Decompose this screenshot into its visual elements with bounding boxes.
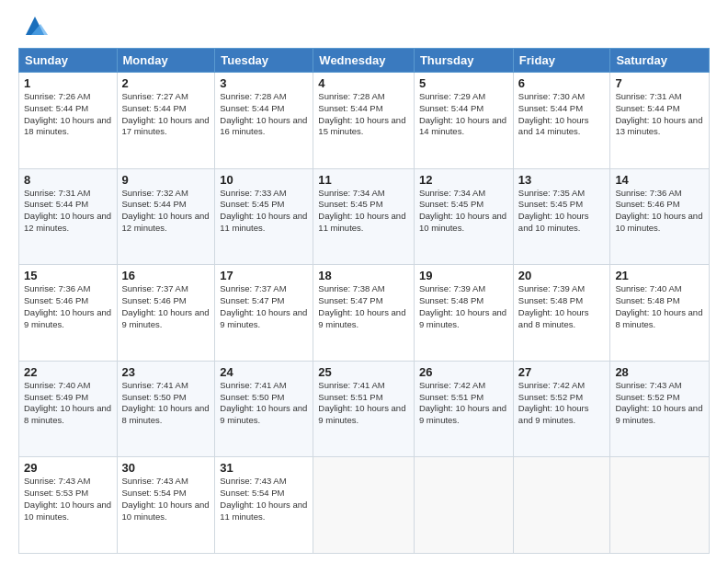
day-info: Sunrise: 7:41 AMSunset: 5:51 PMDaylight:… [318, 380, 405, 425]
calendar-cell: 20 Sunrise: 7:39 AMSunset: 5:48 PMDaylig… [513, 265, 610, 362]
day-info: Sunrise: 7:37 AMSunset: 5:47 PMDaylight:… [220, 283, 307, 328]
day-info: Sunrise: 7:43 AMSunset: 5:52 PMDaylight:… [615, 380, 702, 425]
day-number: 14 [615, 173, 704, 187]
calendar-week-row: 15 Sunrise: 7:36 AMSunset: 5:46 PMDaylig… [19, 265, 710, 362]
calendar-cell: 1 Sunrise: 7:26 AMSunset: 5:44 PMDayligh… [19, 73, 118, 169]
day-number: 15 [24, 269, 112, 282]
day-header-wednesday: Wednesday [313, 49, 415, 73]
calendar-cell [313, 457, 415, 554]
calendar-cell [414, 457, 513, 554]
logo [18, 17, 48, 39]
day-number: 26 [419, 365, 508, 379]
calendar-cell: 6 Sunrise: 7:30 AMSunset: 5:44 PMDayligh… [513, 73, 610, 169]
day-info: Sunrise: 7:40 AMSunset: 5:48 PMDaylight:… [615, 283, 702, 328]
calendar-week-row: 29 Sunrise: 7:43 AMSunset: 5:53 PMDaylig… [19, 457, 710, 554]
calendar-cell: 9 Sunrise: 7:32 AMSunset: 5:44 PMDayligh… [117, 168, 215, 265]
day-header-tuesday: Tuesday [215, 49, 313, 73]
calendar-cell: 16 Sunrise: 7:37 AMSunset: 5:46 PMDaylig… [117, 265, 215, 362]
day-info: Sunrise: 7:35 AMSunset: 5:45 PMDaylight:… [518, 188, 589, 233]
calendar-cell: 21 Sunrise: 7:40 AMSunset: 5:48 PMDaylig… [610, 265, 710, 362]
day-number: 28 [615, 365, 704, 379]
day-number: 13 [518, 173, 606, 187]
day-info: Sunrise: 7:43 AMSunset: 5:53 PMDaylight:… [24, 476, 111, 521]
day-header-friday: Friday [513, 49, 610, 73]
day-info: Sunrise: 7:28 AMSunset: 5:44 PMDaylight:… [318, 91, 405, 136]
calendar-cell: 24 Sunrise: 7:41 AMSunset: 5:50 PMDaylig… [215, 361, 313, 457]
day-info: Sunrise: 7:28 AMSunset: 5:44 PMDaylight:… [220, 91, 307, 136]
day-info: Sunrise: 7:26 AMSunset: 5:44 PMDaylight:… [24, 91, 111, 136]
calendar-table: SundayMondayTuesdayWednesdayThursdayFrid… [18, 48, 710, 554]
calendar-cell: 22 Sunrise: 7:40 AMSunset: 5:49 PMDaylig… [19, 361, 118, 457]
calendar-cell: 8 Sunrise: 7:31 AMSunset: 5:44 PMDayligh… [19, 168, 118, 265]
day-number: 7 [615, 76, 704, 90]
day-number: 6 [518, 76, 606, 90]
day-info: Sunrise: 7:42 AMSunset: 5:52 PMDaylight:… [518, 380, 589, 425]
calendar-cell: 26 Sunrise: 7:42 AMSunset: 5:51 PMDaylig… [414, 361, 513, 457]
day-number: 3 [220, 76, 308, 90]
day-header-thursday: Thursday [414, 49, 513, 73]
day-info: Sunrise: 7:41 AMSunset: 5:50 PMDaylight:… [220, 380, 307, 425]
day-info: Sunrise: 7:40 AMSunset: 5:49 PMDaylight:… [24, 380, 111, 425]
day-info: Sunrise: 7:38 AMSunset: 5:47 PMDaylight:… [318, 283, 405, 328]
day-number: 31 [220, 461, 308, 475]
day-header-saturday: Saturday [610, 49, 710, 73]
calendar-cell: 19 Sunrise: 7:39 AMSunset: 5:48 PMDaylig… [414, 265, 513, 362]
day-number: 18 [318, 269, 409, 282]
calendar-header-row: SundayMondayTuesdayWednesdayThursdayFrid… [19, 49, 710, 73]
day-info: Sunrise: 7:37 AMSunset: 5:46 PMDaylight:… [122, 283, 210, 328]
calendar-cell: 27 Sunrise: 7:42 AMSunset: 5:52 PMDaylig… [513, 361, 610, 457]
calendar-cell: 25 Sunrise: 7:41 AMSunset: 5:51 PMDaylig… [313, 361, 415, 457]
day-number: 17 [220, 269, 308, 282]
day-number: 11 [318, 173, 409, 187]
day-number: 4 [318, 76, 409, 90]
calendar-cell: 5 Sunrise: 7:29 AMSunset: 5:44 PMDayligh… [414, 73, 513, 169]
calendar-week-row: 22 Sunrise: 7:40 AMSunset: 5:49 PMDaylig… [19, 361, 710, 457]
calendar-cell: 17 Sunrise: 7:37 AMSunset: 5:47 PMDaylig… [215, 265, 313, 362]
page: SundayMondayTuesdayWednesdayThursdayFrid… [0, 0, 728, 563]
day-number: 25 [318, 365, 409, 379]
calendar-cell: 13 Sunrise: 7:35 AMSunset: 5:45 PMDaylig… [513, 168, 610, 265]
day-header-sunday: Sunday [19, 49, 118, 73]
day-number: 20 [518, 269, 606, 282]
day-number: 22 [24, 365, 112, 379]
day-number: 9 [122, 173, 210, 187]
day-info: Sunrise: 7:34 AMSunset: 5:45 PMDaylight:… [419, 188, 506, 233]
day-header-monday: Monday [117, 49, 215, 73]
day-info: Sunrise: 7:42 AMSunset: 5:51 PMDaylight:… [419, 380, 506, 425]
day-number: 10 [220, 173, 308, 187]
calendar-cell [513, 457, 610, 554]
day-info: Sunrise: 7:27 AMSunset: 5:44 PMDaylight:… [122, 91, 210, 136]
day-info: Sunrise: 7:33 AMSunset: 5:45 PMDaylight:… [220, 188, 307, 233]
header [18, 17, 710, 39]
calendar-cell: 12 Sunrise: 7:34 AMSunset: 5:45 PMDaylig… [414, 168, 513, 265]
day-info: Sunrise: 7:43 AMSunset: 5:54 PMDaylight:… [122, 476, 210, 521]
logo-icon [22, 13, 48, 39]
calendar-cell: 14 Sunrise: 7:36 AMSunset: 5:46 PMDaylig… [610, 168, 710, 265]
calendar-cell: 28 Sunrise: 7:43 AMSunset: 5:52 PMDaylig… [610, 361, 710, 457]
calendar-cell: 18 Sunrise: 7:38 AMSunset: 5:47 PMDaylig… [313, 265, 415, 362]
calendar-cell: 4 Sunrise: 7:28 AMSunset: 5:44 PMDayligh… [313, 73, 415, 169]
day-number: 8 [24, 173, 112, 187]
calendar-cell: 3 Sunrise: 7:28 AMSunset: 5:44 PMDayligh… [215, 73, 313, 169]
day-number: 21 [615, 269, 704, 282]
day-number: 23 [122, 365, 210, 379]
calendar-cell: 29 Sunrise: 7:43 AMSunset: 5:53 PMDaylig… [19, 457, 118, 554]
day-info: Sunrise: 7:41 AMSunset: 5:50 PMDaylight:… [122, 380, 210, 425]
day-info: Sunrise: 7:36 AMSunset: 5:46 PMDaylight:… [615, 188, 702, 233]
day-info: Sunrise: 7:29 AMSunset: 5:44 PMDaylight:… [419, 91, 506, 136]
calendar-cell: 7 Sunrise: 7:31 AMSunset: 5:44 PMDayligh… [610, 73, 710, 169]
day-number: 30 [122, 461, 210, 475]
calendar-cell: 31 Sunrise: 7:43 AMSunset: 5:54 PMDaylig… [215, 457, 313, 554]
calendar-week-row: 1 Sunrise: 7:26 AMSunset: 5:44 PMDayligh… [19, 73, 710, 169]
day-number: 27 [518, 365, 606, 379]
day-number: 16 [122, 269, 210, 282]
day-number: 1 [24, 76, 112, 90]
calendar-cell: 2 Sunrise: 7:27 AMSunset: 5:44 PMDayligh… [117, 73, 215, 169]
day-info: Sunrise: 7:36 AMSunset: 5:46 PMDaylight:… [24, 283, 111, 328]
day-number: 2 [122, 76, 210, 90]
calendar-cell: 30 Sunrise: 7:43 AMSunset: 5:54 PMDaylig… [117, 457, 215, 554]
day-number: 5 [419, 76, 508, 90]
calendar-week-row: 8 Sunrise: 7:31 AMSunset: 5:44 PMDayligh… [19, 168, 710, 265]
calendar-cell: 10 Sunrise: 7:33 AMSunset: 5:45 PMDaylig… [215, 168, 313, 265]
day-info: Sunrise: 7:34 AMSunset: 5:45 PMDaylight:… [318, 188, 405, 233]
